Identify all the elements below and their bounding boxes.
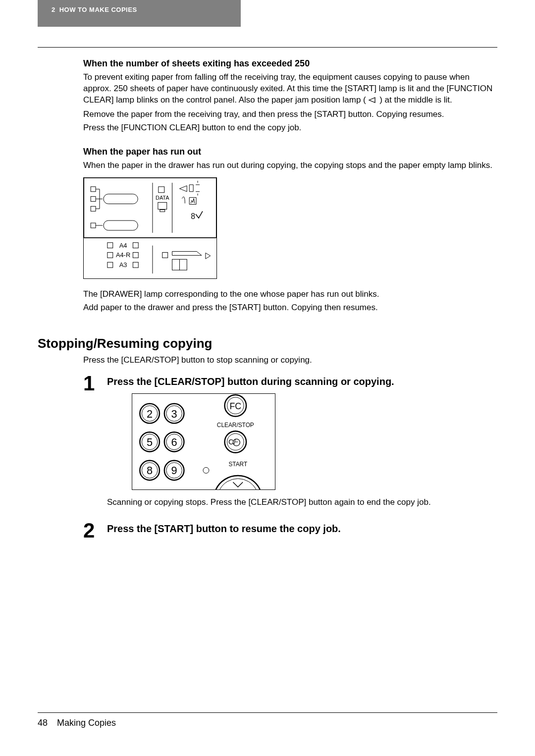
page-content: When the number of sheets exiting has ex… (83, 58, 497, 316)
subheading-paper-runout: When the paper has run out (83, 147, 497, 157)
step-title: Press the [CLEAR/STOP] button during sca… (107, 373, 497, 387)
size-a4r: A4-R (116, 251, 130, 259)
step-1: 1 Press the [CLEAR/STOP] button during s… (83, 373, 497, 510)
svg-rect-27 (162, 252, 168, 258)
svg-text:6: 6 (171, 436, 177, 448)
svg-rect-14 (159, 186, 164, 192)
svg-rect-22 (107, 252, 113, 258)
svg-rect-20 (107, 242, 113, 248)
page-number: 48 (38, 718, 48, 728)
step-number: 2 (83, 520, 98, 541)
chapter-tab: 2 HOW TO MAKE COPIES (38, 0, 241, 27)
chapter-number: 2 (52, 6, 55, 13)
section3-body: Press the [CLEAR/STOP] button to stop sc… (83, 355, 497, 541)
footer-title: Making Copies (57, 718, 116, 728)
svg-rect-21 (133, 242, 138, 248)
body-paragraph: The [DRAWER] lamp corresponding to the o… (83, 289, 497, 300)
body-paragraph: Scanning or copying stops. Press the [CL… (107, 497, 497, 508)
data-label: DATA (156, 194, 169, 200)
step-title: Press the [START] button to resume the c… (107, 520, 497, 535)
svg-marker-30 (206, 253, 211, 259)
svg-rect-23 (133, 252, 138, 258)
svg-rect-1 (84, 178, 216, 238)
page-footer: 48 Making Copies (38, 712, 497, 728)
body-paragraph: Add paper to the drawer and press the [S… (83, 302, 497, 314)
svg-text:8: 8 (191, 212, 195, 220)
body-text-span: ) at the middle is lit. (379, 95, 452, 105)
svg-text:START: START (228, 461, 247, 468)
svg-text:5: 5 (147, 436, 153, 448)
body-paragraph: Remove the paper from the receiving tray… (83, 109, 497, 120)
svg-rect-25 (133, 262, 138, 268)
svg-text:CLEAR/STOP: CLEAR/STOP (217, 422, 254, 429)
step-number: 1 (83, 373, 98, 394)
svg-rect-4 (91, 196, 96, 201)
svg-text:9: 9 (171, 464, 177, 477)
svg-marker-0 (369, 98, 375, 103)
svg-text:3: 3 (171, 407, 177, 420)
svg-rect-24 (107, 262, 113, 268)
chapter-title: HOW TO MAKE COPIES (59, 6, 137, 13)
svg-rect-13 (104, 220, 138, 230)
indicator-panel-diagram: DATA 8 A4 A4-R A3 (83, 177, 217, 279)
svg-point-56 (203, 467, 209, 473)
body-paragraph: When the paper in the drawer has run out… (83, 160, 497, 171)
body-paragraph: Press the [CLEAR/STOP] button to stop sc… (83, 355, 497, 366)
svg-rect-15 (158, 202, 167, 209)
svg-text:8: 8 (147, 464, 153, 477)
control-panel-diagram: 2 3 5 6 8 9 (132, 393, 275, 490)
step-2: 2 Press the [START] button to resume the… (83, 520, 497, 541)
body-paragraph: To prevent exiting paper from falling of… (83, 72, 497, 107)
subheading-sheets-exceeded: When the number of sheets exiting has ex… (83, 58, 497, 69)
size-a4: A4 (119, 241, 127, 249)
size-a3: A3 (119, 261, 127, 269)
body-paragraph: Press the [FUNCTION CLEAR] button to end… (83, 122, 497, 134)
svg-rect-3 (91, 186, 96, 191)
svg-rect-5 (91, 206, 96, 211)
svg-rect-6 (91, 223, 96, 228)
svg-text:FC: FC (229, 401, 241, 411)
svg-rect-16 (160, 210, 165, 212)
svg-text:2: 2 (147, 407, 153, 420)
svg-rect-12 (104, 194, 138, 204)
paper-jam-position-icon (368, 96, 377, 107)
section-heading-stop-resume: Stopping/Resuming copying (38, 336, 212, 351)
header-rule (38, 47, 497, 48)
